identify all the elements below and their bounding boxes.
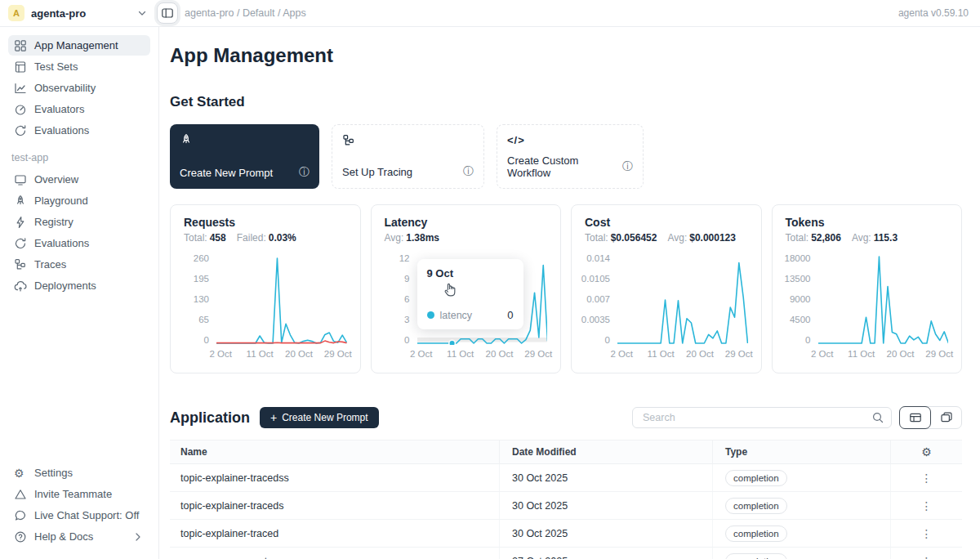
sidebar-item-label: Observability [34, 82, 96, 94]
x-tick-label: 2 Oct [210, 349, 232, 359]
type-badge: completion [725, 553, 787, 559]
table-row-topic-explainer-traced[interactable]: topic-explainer-traced30 Oct 2025complet… [170, 520, 962, 548]
sidebar-item-traces[interactable]: Traces [8, 254, 150, 275]
metric-title: Requests [184, 216, 347, 229]
metric-stats: Total:$0.056452Avg:$0.000123 [585, 232, 748, 244]
y-axis: 260195130650 [184, 253, 216, 345]
sidebar-item-test-sets[interactable]: Test Sets [8, 56, 150, 77]
chevron-right-icon [131, 530, 145, 543]
application-header: Application + Create New Prompt [170, 406, 962, 429]
lightning-icon [14, 216, 27, 229]
chart-tooltip: 9 Octlatency0 [417, 259, 523, 329]
monitor-icon [14, 173, 27, 186]
y-tick-label: 0.0035 [581, 315, 610, 324]
stat: Avg:$0.000123 [667, 232, 736, 244]
sidebar-item-label: Traces [34, 258, 66, 271]
y-axis: 129630 [385, 253, 417, 345]
metric-card-requests: RequestsTotal:458Failed:0.03%26019513065… [170, 204, 361, 373]
breadcrumb: agenta-pro / Default / Apps [185, 7, 306, 19]
grid-icon [14, 39, 27, 52]
y-tick-label: 0.014 [586, 253, 610, 263]
refresh-icon [14, 237, 27, 250]
sidebar-toggle-button[interactable] [157, 2, 178, 24]
info-icon[interactable]: ⓘ [463, 164, 474, 179]
row-menu-button[interactable]: ⋮ [915, 472, 939, 485]
search-icon[interactable] [871, 411, 884, 424]
cell-date-modified: 30 Oct 2025 [500, 520, 713, 547]
code-icon: </> [507, 134, 520, 147]
table-view-button[interactable] [899, 406, 931, 429]
x-tick-label: 11 Oct [848, 349, 875, 359]
series-dot [427, 311, 434, 319]
workspace-name: agenta-pro [31, 7, 86, 20]
table-row-topic-explainer-tracedss[interactable]: topic-explainer-tracedss30 Oct 2025compl… [170, 464, 962, 492]
info-icon[interactable]: ⓘ [299, 165, 310, 180]
sidebar-item-help-docs[interactable]: Help & Docs [8, 526, 150, 547]
sidebar-item-settings[interactable]: ⚙Settings [8, 463, 150, 483]
workspace-selector[interactable]: A agenta-pro [8, 5, 149, 21]
sidebar-item-deployments[interactable]: Deployments [8, 275, 150, 296]
sidebar-item-live-chat-support-off[interactable]: Live Chat Support: Off [8, 505, 150, 525]
cloud-icon [14, 280, 27, 293]
sidebar-item-evaluators[interactable]: Evaluators [8, 99, 150, 119]
stat: Total:458 [184, 232, 226, 244]
table-settings-button[interactable]: ⚙ [921, 445, 932, 458]
cell-date-modified: 30 Oct 2025 [500, 464, 713, 491]
table-row-topic-explainer-traceds[interactable]: topic-explainer-traceds30 Oct 2025comple… [170, 492, 962, 520]
row-menu-button[interactable]: ⋮ [915, 527, 939, 540]
sidebar-item-app-management[interactable]: App Management [8, 35, 150, 56]
column-header-type: Type [713, 440, 891, 463]
sidebar-item-label: Invite Teammate [34, 488, 112, 500]
sidebar-item-observability[interactable]: Observability [8, 78, 150, 98]
gauge-icon [14, 103, 27, 116]
info-icon[interactable]: ⓘ [622, 159, 633, 174]
row-menu-button[interactable]: ⋮ [915, 555, 939, 559]
chart-plot [617, 253, 748, 345]
x-axis: 2 Oct11 Oct20 Oct29 Oct [818, 349, 949, 360]
sidebar-item-invite-teammate[interactable]: Invite Teammate [8, 484, 150, 504]
metric-card-tokens: TokensTotal:52,806Avg:115.31800013500900… [772, 204, 963, 373]
sidebar-item-evaluations[interactable]: Evaluations [8, 120, 150, 141]
search-input[interactable] [641, 411, 866, 424]
metric-title: Tokens [786, 216, 949, 229]
x-axis: 2 Oct11 Oct20 Oct29 Oct [417, 349, 548, 360]
get-started-card-create-new-prompt[interactable]: Create New Promptⓘ [170, 124, 319, 189]
x-tick-label: 29 Oct [324, 349, 352, 359]
y-tick-label: 9 [404, 274, 409, 284]
traces-icon [14, 258, 27, 271]
get-started-card-label: Set Up Tracing [342, 166, 412, 178]
sidebar-item-overview[interactable]: Overview [8, 169, 150, 190]
sidebar-item-label: Test Sets [34, 60, 78, 73]
get-started-card-create-custom-workflow[interactable]: </>Create Custom Workflowⓘ [497, 124, 644, 189]
row-menu-button[interactable]: ⋮ [915, 499, 939, 512]
card-view-button[interactable] [931, 407, 961, 428]
x-tick-label: 2 Oct [611, 349, 633, 359]
x-tick-label: 29 Oct [925, 349, 953, 359]
sidebar-bottom-nav: ⚙SettingsInvite TeammateLive Chat Suppor… [8, 463, 150, 548]
metric-title: Cost [585, 216, 748, 229]
table-row-career-assessment[interactable]: career-assessment27 Oct 2025completion⋮ [170, 548, 962, 559]
cell-name: topic-explainer-traced [170, 520, 500, 547]
rocket-icon [180, 133, 193, 146]
table-header: Name Date Modified Type ⚙ [170, 440, 962, 464]
refresh-icon [14, 124, 27, 137]
traces-icon [342, 134, 355, 147]
y-tick-label: 4500 [790, 315, 811, 324]
y-tick-label: 0 [805, 335, 810, 345]
create-new-prompt-button[interactable]: + Create New Prompt [260, 407, 379, 428]
x-tick-label: 11 Oct [648, 349, 675, 359]
x-tick-label: 11 Oct [447, 349, 474, 359]
x-tick-label: 20 Oct [486, 349, 514, 359]
sidebar-item-label: Playground [34, 195, 88, 207]
sidebar-item-registry[interactable]: Registry [8, 212, 150, 232]
sidebar-app-nav: OverviewPlaygroundRegistryEvaluationsTra… [8, 169, 150, 297]
rocket-icon [14, 195, 27, 208]
table-view-icon [909, 411, 922, 424]
get-started-card-set-up-tracing[interactable]: Set Up Tracingⓘ [332, 124, 484, 189]
x-axis: 2 Oct11 Oct20 Oct29 Oct [617, 349, 748, 360]
sidebar-main-nav: App ManagementTest SetsObservabilityEval… [8, 35, 150, 141]
sidebar-item-evaluations[interactable]: Evaluations [8, 233, 150, 253]
sidebar-item-playground[interactable]: Playground [8, 190, 150, 211]
table-body: topic-explainer-tracedss30 Oct 2025compl… [170, 464, 962, 559]
create-new-prompt-label: Create New Prompt [282, 412, 368, 423]
